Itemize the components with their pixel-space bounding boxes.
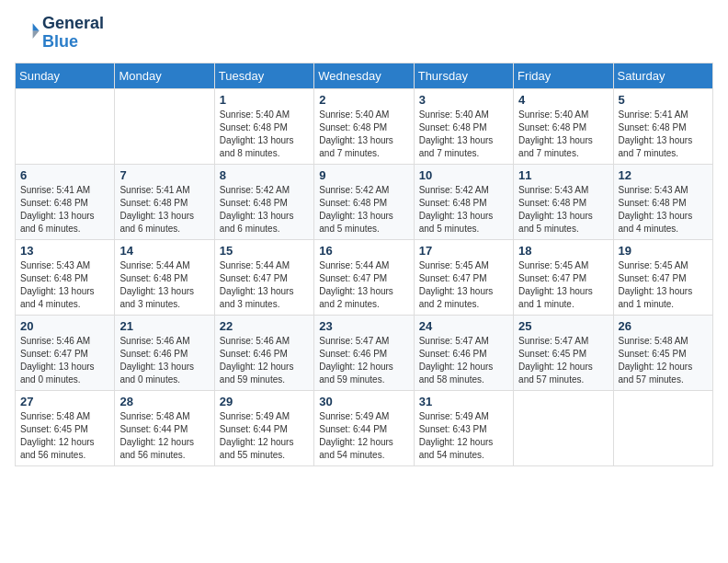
logo-icon <box>15 19 40 45</box>
calendar-cell: 22Sunrise: 5:46 AMSunset: 6:46 PMDayligh… <box>214 315 313 390</box>
calendar-cell: 15Sunrise: 5:44 AMSunset: 6:47 PMDayligh… <box>214 239 313 315</box>
calendar-cell: 11Sunrise: 5:43 AMSunset: 6:48 PMDayligh… <box>514 164 613 239</box>
calendar-cell: 28Sunrise: 5:48 AMSunset: 6:44 PMDayligh… <box>115 390 214 465</box>
calendar-cell: 3Sunrise: 5:40 AMSunset: 6:48 PMDaylight… <box>414 88 513 164</box>
weekday-header: Wednesday <box>314 63 414 88</box>
day-number: 5 <box>619 93 708 107</box>
day-number: 31 <box>419 395 508 408</box>
day-info: Sunrise: 5:48 AMSunset: 6:45 PMDaylight:… <box>619 335 708 386</box>
calendar-cell: 4Sunrise: 5:40 AMSunset: 6:48 PMDaylight… <box>514 88 613 164</box>
calendar-cell: 17Sunrise: 5:45 AMSunset: 6:47 PMDayligh… <box>414 239 513 315</box>
day-info: Sunrise: 5:44 AMSunset: 6:48 PMDaylight:… <box>119 259 209 311</box>
day-info: Sunrise: 5:42 AMSunset: 6:48 PMDaylight:… <box>220 184 309 236</box>
day-info: Sunrise: 5:41 AMSunset: 6:48 PMDaylight:… <box>119 184 209 236</box>
day-info: Sunrise: 5:46 AMSunset: 6:46 PMDaylight:… <box>220 335 309 386</box>
day-info: Sunrise: 5:49 AMSunset: 6:44 PMDaylight:… <box>319 410 408 462</box>
day-info: Sunrise: 5:45 AMSunset: 6:47 PMDaylight:… <box>518 259 608 311</box>
calendar-cell <box>613 390 712 465</box>
day-number: 16 <box>319 244 408 258</box>
logo-text: GeneralBlue <box>42 15 104 52</box>
calendar-cell <box>115 88 214 164</box>
calendar-cell: 1Sunrise: 5:40 AMSunset: 6:48 PMDaylight… <box>214 88 313 164</box>
day-number: 21 <box>119 319 209 333</box>
day-number: 3 <box>419 93 508 107</box>
day-info: Sunrise: 5:48 AMSunset: 6:44 PMDaylight:… <box>119 410 209 462</box>
day-info: Sunrise: 5:44 AMSunset: 6:47 PMDaylight:… <box>220 259 309 311</box>
day-info: Sunrise: 5:46 AMSunset: 6:47 PMDaylight:… <box>20 335 109 386</box>
day-info: Sunrise: 5:42 AMSunset: 6:48 PMDaylight:… <box>419 184 508 236</box>
calendar-cell: 26Sunrise: 5:48 AMSunset: 6:45 PMDayligh… <box>613 315 712 390</box>
weekday-header: Sunday <box>16 63 115 88</box>
calendar-cell: 12Sunrise: 5:43 AMSunset: 6:48 PMDayligh… <box>613 164 712 239</box>
calendar-cell <box>16 88 115 164</box>
calendar-cell: 20Sunrise: 5:46 AMSunset: 6:47 PMDayligh… <box>16 315 115 390</box>
day-number: 10 <box>419 168 508 182</box>
day-number: 20 <box>20 319 109 333</box>
day-number: 12 <box>619 168 708 182</box>
weekday-header: Friday <box>514 63 613 88</box>
day-info: Sunrise: 5:47 AMSunset: 6:46 PMDaylight:… <box>319 335 408 386</box>
day-number: 25 <box>518 319 608 333</box>
day-number: 30 <box>319 395 408 408</box>
day-number: 9 <box>319 168 408 182</box>
calendar-cell: 6Sunrise: 5:41 AMSunset: 6:48 PMDaylight… <box>16 164 115 239</box>
day-number: 26 <box>619 319 708 333</box>
day-number: 8 <box>220 168 309 182</box>
day-number: 18 <box>518 244 608 258</box>
day-number: 14 <box>119 244 209 258</box>
day-number: 11 <box>518 168 608 182</box>
page-header: GeneralBlue <box>15 15 713 52</box>
day-number: 13 <box>20 244 109 258</box>
day-info: Sunrise: 5:40 AMSunset: 6:48 PMDaylight:… <box>518 109 608 160</box>
day-info: Sunrise: 5:44 AMSunset: 6:47 PMDaylight:… <box>319 259 408 311</box>
day-info: Sunrise: 5:49 AMSunset: 6:44 PMDaylight:… <box>220 410 309 462</box>
day-number: 2 <box>319 93 408 107</box>
day-number: 27 <box>20 395 109 408</box>
calendar-cell: 31Sunrise: 5:49 AMSunset: 6:43 PMDayligh… <box>414 390 513 465</box>
day-number: 4 <box>518 93 608 107</box>
day-info: Sunrise: 5:48 AMSunset: 6:45 PMDaylight:… <box>20 410 109 462</box>
calendar-cell: 19Sunrise: 5:45 AMSunset: 6:47 PMDayligh… <box>613 239 712 315</box>
calendar-cell: 23Sunrise: 5:47 AMSunset: 6:46 PMDayligh… <box>314 315 414 390</box>
day-number: 17 <box>419 244 508 258</box>
calendar-cell: 25Sunrise: 5:47 AMSunset: 6:45 PMDayligh… <box>514 315 613 390</box>
calendar: SundayMondayTuesdayWednesdayThursdayFrid… <box>15 63 713 466</box>
day-number: 23 <box>319 319 408 333</box>
calendar-header: SundayMondayTuesdayWednesdayThursdayFrid… <box>16 63 713 88</box>
day-info: Sunrise: 5:40 AMSunset: 6:48 PMDaylight:… <box>220 109 309 160</box>
calendar-cell: 2Sunrise: 5:40 AMSunset: 6:48 PMDaylight… <box>314 88 414 164</box>
day-number: 6 <box>20 168 109 182</box>
day-info: Sunrise: 5:47 AMSunset: 6:45 PMDaylight:… <box>518 335 608 386</box>
day-info: Sunrise: 5:47 AMSunset: 6:46 PMDaylight:… <box>419 335 508 386</box>
day-info: Sunrise: 5:45 AMSunset: 6:47 PMDaylight:… <box>419 259 508 311</box>
day-number: 22 <box>220 319 309 333</box>
calendar-cell: 7Sunrise: 5:41 AMSunset: 6:48 PMDaylight… <box>115 164 214 239</box>
calendar-cell: 24Sunrise: 5:47 AMSunset: 6:46 PMDayligh… <box>414 315 513 390</box>
day-number: 15 <box>220 244 309 258</box>
day-info: Sunrise: 5:43 AMSunset: 6:48 PMDaylight:… <box>20 259 109 311</box>
calendar-cell: 9Sunrise: 5:42 AMSunset: 6:48 PMDaylight… <box>314 164 414 239</box>
calendar-cell <box>514 390 613 465</box>
day-info: Sunrise: 5:40 AMSunset: 6:48 PMDaylight:… <box>419 109 508 160</box>
calendar-cell: 30Sunrise: 5:49 AMSunset: 6:44 PMDayligh… <box>314 390 414 465</box>
svg-marker-2 <box>33 30 40 38</box>
calendar-cell: 16Sunrise: 5:44 AMSunset: 6:47 PMDayligh… <box>314 239 414 315</box>
day-number: 1 <box>220 93 309 107</box>
calendar-cell: 21Sunrise: 5:46 AMSunset: 6:46 PMDayligh… <box>115 315 214 390</box>
day-info: Sunrise: 5:45 AMSunset: 6:47 PMDaylight:… <box>619 259 708 311</box>
day-number: 19 <box>619 244 708 258</box>
calendar-cell: 18Sunrise: 5:45 AMSunset: 6:47 PMDayligh… <box>514 239 613 315</box>
svg-marker-1 <box>33 23 40 30</box>
day-info: Sunrise: 5:43 AMSunset: 6:48 PMDaylight:… <box>619 184 708 236</box>
logo: GeneralBlue <box>15 15 104 52</box>
calendar-cell: 10Sunrise: 5:42 AMSunset: 6:48 PMDayligh… <box>414 164 513 239</box>
day-number: 7 <box>119 168 209 182</box>
weekday-header: Thursday <box>414 63 513 88</box>
day-info: Sunrise: 5:41 AMSunset: 6:48 PMDaylight:… <box>619 109 708 160</box>
day-number: 24 <box>419 319 508 333</box>
day-info: Sunrise: 5:49 AMSunset: 6:43 PMDaylight:… <box>419 410 508 462</box>
weekday-header: Saturday <box>613 63 712 88</box>
day-info: Sunrise: 5:40 AMSunset: 6:48 PMDaylight:… <box>319 109 408 160</box>
day-number: 28 <box>119 395 209 408</box>
calendar-cell: 14Sunrise: 5:44 AMSunset: 6:48 PMDayligh… <box>115 239 214 315</box>
